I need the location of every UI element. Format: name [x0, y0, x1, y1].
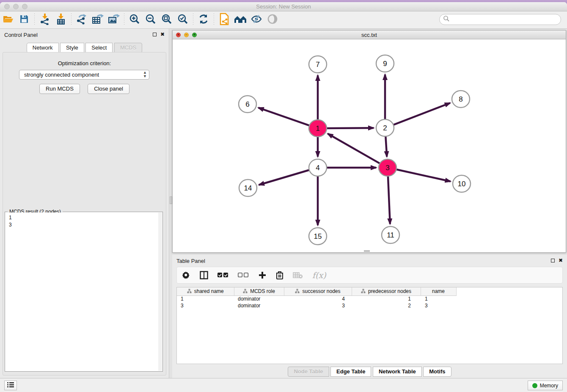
select-all-rows-button[interactable] [217, 272, 228, 278]
zoom-in-button[interactable] [127, 13, 143, 27]
network-graph[interactable]: 7968124314101511 [173, 39, 566, 252]
close-table-panel-icon[interactable]: ✖ [559, 258, 563, 263]
add-column-button[interactable] [258, 271, 267, 279]
close-panel-icon[interactable]: ✖ [160, 32, 165, 37]
graph-edge-3-1[interactable] [328, 134, 381, 164]
graph-node-10[interactable]: 10 [453, 175, 471, 192]
table-cell[interactable]: 3 [284, 302, 352, 309]
graph-edge-4-14[interactable] [259, 170, 310, 185]
graph-node-4[interactable]: 4 [309, 159, 327, 176]
network-canvas[interactable]: 7968124314101511 [173, 39, 566, 252]
column-header-shared-name[interactable]: shared name [177, 287, 234, 295]
graph-edge-3-11[interactable] [388, 175, 390, 224]
mcds-result-item[interactable]: 1 [9, 214, 158, 221]
graph-node-15[interactable]: 15 [309, 228, 327, 245]
table-cell[interactable]: 1 [177, 295, 234, 302]
apply-layout-button[interactable] [195, 13, 212, 27]
graph-edge-3-10[interactable] [396, 169, 451, 182]
canvas-hscroll-thumb[interactable] [364, 250, 370, 252]
graph-node-11[interactable]: 11 [382, 226, 399, 243]
network-window-titlebar[interactable]: × − + scc.txt [173, 30, 566, 39]
table-cell[interactable]: 1 [421, 295, 456, 302]
main-toolbar [0, 11, 567, 29]
zoom-out-button[interactable] [143, 13, 159, 27]
export-network-button[interactable] [74, 13, 90, 27]
hide-panels-button[interactable] [248, 13, 264, 27]
graph-node-7[interactable]: 7 [309, 56, 327, 73]
delete-table-button[interactable] [293, 272, 303, 279]
mcds-result-item[interactable]: 3 [9, 221, 158, 229]
import-network-button[interactable] [37, 13, 53, 27]
node-table-header-row[interactable]: shared name MCDS role successor nodes pr… [177, 287, 456, 295]
save-session-button[interactable] [16, 13, 32, 27]
export-table-button[interactable] [90, 13, 106, 27]
tab-style[interactable]: Style [60, 43, 84, 53]
import-table-button[interactable] [53, 13, 69, 27]
search-icon [443, 15, 450, 24]
close-panel-button[interactable]: Close panel [88, 84, 129, 94]
table-cell[interactable]: 3 [421, 302, 456, 309]
search-box[interactable] [439, 14, 561, 25]
table-columns-button[interactable] [200, 271, 208, 279]
network-overview-button[interactable] [232, 13, 248, 27]
graph-node-2[interactable]: 2 [376, 119, 394, 136]
graph-node-9[interactable]: 9 [376, 55, 394, 72]
run-mcds-button[interactable]: Run MCDS [39, 84, 80, 94]
export-image-button[interactable] [106, 13, 122, 27]
function-builder-button[interactable]: f(x) [312, 271, 326, 280]
refresh-icon [198, 14, 209, 26]
column-header-name[interactable]: name [421, 287, 456, 295]
table-cell[interactable]: 2 [352, 302, 421, 309]
delete-column-button[interactable] [276, 271, 284, 279]
tab-edge-table[interactable]: Edge Table [330, 367, 371, 377]
table-cell[interactable]: 4 [284, 295, 352, 302]
column-header-mcds-role[interactable]: MCDS role [234, 287, 284, 295]
zoom-selected-button[interactable] [175, 13, 191, 27]
table-settings-button[interactable] [182, 271, 190, 279]
table-panel: Table Panel ✖ f(x) [172, 255, 567, 378]
control-panel-title: Control Panel [4, 32, 38, 38]
search-input[interactable] [450, 15, 561, 24]
graph-node-14[interactable]: 14 [239, 179, 257, 196]
graph-node-6[interactable]: 6 [239, 96, 256, 113]
float-table-panel-icon[interactable] [551, 259, 555, 262]
table-row[interactable]: 3dominator323 [177, 302, 456, 309]
bird-eye-view-button[interactable] [264, 13, 281, 27]
status-bar: Memory [0, 378, 567, 392]
table-cell[interactable]: 3 [177, 302, 234, 309]
svg-text:9: 9 [383, 60, 387, 68]
mcds-result-list[interactable]: 13 [6, 213, 158, 371]
tab-mcds[interactable]: MCDS [114, 43, 142, 53]
column-header-successor-nodes[interactable]: successor nodes [284, 287, 352, 295]
table-row[interactable]: 1dominator411 [177, 295, 456, 302]
task-history-button[interactable] [4, 381, 17, 390]
node-table[interactable]: shared name MCDS role successor nodes pr… [177, 287, 457, 309]
graph-edge-1-2[interactable] [326, 128, 374, 128]
mcds-result-scrollbar[interactable] [158, 213, 162, 371]
tab-network-table[interactable]: Network Table [373, 367, 422, 377]
export-image-icon [107, 13, 120, 27]
float-panel-icon[interactable] [153, 33, 157, 36]
graph-edge-2-8[interactable] [393, 103, 450, 125]
graph-edge-2-3[interactable] [385, 135, 387, 157]
zoom-selected-icon [177, 14, 188, 26]
graph-edge-1-6[interactable] [259, 108, 310, 126]
fit-content-button[interactable] [159, 13, 175, 27]
tab-node-table[interactable]: Node Table [288, 367, 329, 377]
graph-node-8[interactable]: 8 [452, 91, 470, 108]
graph-node-3[interactable]: 3 [379, 159, 396, 176]
tab-motifs[interactable]: Motifs [423, 367, 451, 377]
column-header-predecessor-nodes[interactable]: predecessor nodes [352, 287, 421, 295]
tab-network[interactable]: Network [27, 43, 59, 53]
table-cell[interactable]: dominator [234, 302, 284, 309]
table-cell[interactable]: 1 [352, 295, 421, 302]
criterion-dropdown[interactable]: strongly connected component ▲▼ [19, 70, 149, 80]
table-cell[interactable]: dominator [234, 295, 284, 302]
copy-network-button[interactable] [216, 13, 232, 27]
memory-status-icon [532, 383, 537, 388]
tab-select[interactable]: Select [85, 43, 113, 53]
memory-button[interactable]: Memory [528, 381, 563, 390]
graph-node-1[interactable]: 1 [309, 120, 327, 137]
open-session-button[interactable] [0, 13, 16, 27]
deselect-all-rows-button[interactable] [238, 272, 249, 278]
